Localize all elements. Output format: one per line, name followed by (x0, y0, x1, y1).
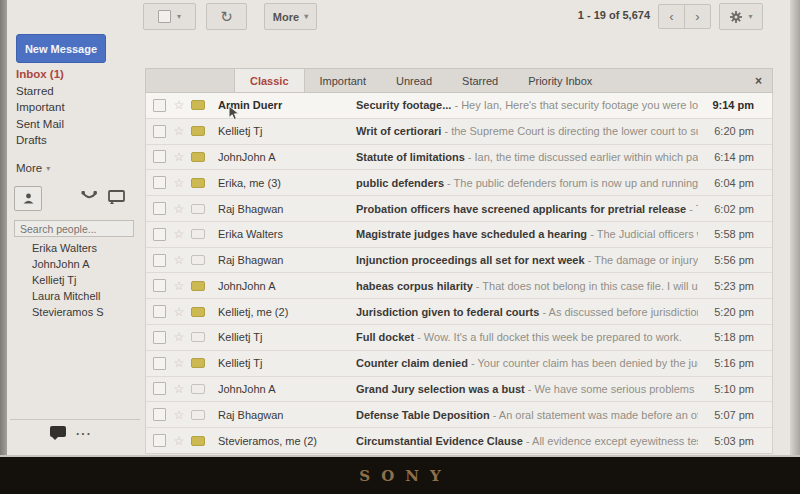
chevron-right-icon: › (695, 9, 699, 24)
email-row[interactable]: ☆ Raj Bhagwan Defense Table Deposition -… (146, 402, 772, 428)
contact-list: Erika WaltersJohnJohn AKellietj TjLaura … (32, 240, 137, 320)
folder-list: Inbox (1)StarredImportantSent MailDrafts (16, 66, 136, 149)
next-page-button[interactable]: › (684, 4, 711, 29)
email-row[interactable]: ☆ JohnJohn A habeas corpus hilarity - Th… (146, 273, 772, 299)
contact-list-item[interactable]: Kellietj Tj (32, 272, 137, 288)
email-row[interactable]: ☆ Erika Walters Magistrate judges have s… (146, 222, 772, 248)
email-checkbox[interactable] (153, 279, 166, 292)
contact-list-item[interactable]: Erika Walters (32, 240, 137, 256)
inbox-tab[interactable]: Starred (447, 69, 513, 92)
star-icon[interactable]: ☆ (172, 125, 186, 137)
monitor-screen: ▾ ↻ More ▾ 1 - 19 of 5,674 ‹ › ▾ New Mes… (0, 0, 800, 494)
email-subject: Injunction proceedings all set for next … (356, 254, 585, 266)
screen-share-icon[interactable] (108, 190, 125, 204)
label-icon (191, 255, 205, 265)
email-row[interactable]: ☆ Raj Bhagwan Injunction proceedings all… (146, 248, 772, 274)
email-checkbox[interactable] (153, 254, 166, 267)
label-icon (191, 332, 205, 342)
email-checkbox[interactable] (153, 228, 166, 241)
caret-down-icon: ▾ (46, 164, 50, 173)
email-preview: - The Judicial officers who assist US di… (590, 228, 698, 240)
sidebar-more-link[interactable]: More ▾ (16, 162, 50, 174)
search-people-input[interactable] (14, 220, 134, 237)
inbox-tab[interactable]: Unread (381, 69, 447, 92)
email-row[interactable]: ☆ Raj Bhagwan Probation officers have sc… (146, 196, 772, 222)
email-preview: - The just need the ca (689, 203, 698, 215)
email-subject: Full docket (356, 331, 414, 343)
email-checkbox[interactable] (153, 202, 166, 215)
more-button[interactable]: More ▾ (264, 3, 317, 30)
caret-down-icon: ▾ (304, 12, 308, 21)
star-icon[interactable]: ☆ (172, 306, 186, 318)
checkbox-icon (158, 10, 171, 23)
people-widget-toolbar (14, 186, 136, 210)
settings-button[interactable]: ▾ (719, 3, 763, 30)
star-icon[interactable]: ☆ (172, 331, 186, 343)
select-all-button[interactable]: ▾ (143, 3, 196, 30)
star-icon[interactable]: ☆ (172, 409, 186, 421)
gear-icon (729, 10, 743, 24)
star-icon[interactable]: ☆ (172, 177, 186, 189)
refresh-button[interactable]: ↻ (206, 3, 247, 30)
phone-icon[interactable] (80, 189, 98, 205)
email-subject: Writ of certiorari (356, 125, 441, 137)
star-icon[interactable]: ☆ (172, 435, 186, 447)
compose-button[interactable]: New Message (16, 34, 106, 63)
email-checkbox[interactable] (153, 382, 166, 395)
star-icon[interactable]: ☆ (172, 357, 186, 369)
star-icon[interactable]: ☆ (172, 203, 186, 215)
email-row[interactable]: ☆ Kellietj Tj Full docket - Wow. It's a … (146, 325, 772, 351)
email-checkbox[interactable] (153, 357, 166, 370)
email-preview: - All evidence except eyewitness testimo… (526, 435, 698, 447)
inbox-tab[interactable]: Important (305, 69, 381, 92)
sidebar-folder-item[interactable]: Starred (16, 83, 136, 100)
star-icon[interactable]: ☆ (172, 254, 186, 266)
email-row[interactable]: ☆ JohnJohn A Statute of limitations - Ia… (146, 145, 772, 171)
contact-list-item[interactable]: JohnJohn A (32, 256, 137, 272)
email-checkbox[interactable] (153, 176, 166, 189)
more-button-label: More (273, 11, 299, 23)
email-row[interactable]: ☆ Kellietj Tj Writ of certiorari - the S… (146, 119, 772, 145)
contacts-toggle-button[interactable] (14, 186, 42, 211)
chat-more-options[interactable]: ... (76, 424, 92, 438)
close-tabs-icon[interactable]: × (745, 69, 772, 92)
mouse-cursor (228, 105, 241, 121)
inbox-tab[interactable]: Classic (234, 69, 305, 92)
email-time: 9:14 pm (698, 99, 754, 111)
email-checkbox[interactable] (153, 125, 166, 138)
email-preview: - Ian, the time discussed earlier within… (468, 151, 698, 163)
prev-page-button[interactable]: ‹ (658, 4, 685, 29)
monitor-bezel: SONY (0, 455, 800, 494)
star-icon[interactable]: ☆ (172, 280, 186, 292)
contact-list-item[interactable]: Laura Mitchell (32, 288, 137, 304)
email-checkbox[interactable] (153, 99, 166, 112)
email-checkbox[interactable] (153, 434, 166, 447)
email-time: 5:10 pm (698, 383, 754, 395)
email-subject: public defenders (356, 177, 444, 189)
email-row[interactable]: ☆ Kellietj Tj Counter claim denied - You… (146, 351, 772, 377)
star-icon[interactable]: ☆ (172, 228, 186, 240)
sidebar-folder-item[interactable]: Inbox (1) (16, 66, 136, 83)
email-row[interactable]: ☆ JohnJohn A Grand Jury selection was a … (146, 377, 772, 403)
sidebar-folder-item[interactable]: Important (16, 99, 136, 116)
email-row[interactable]: ☆ Stevieramos, me (2) Circumstantial Evi… (146, 428, 772, 453)
star-icon[interactable]: ☆ (172, 383, 186, 395)
chat-bubble-icon[interactable] (50, 426, 66, 437)
email-checkbox[interactable] (153, 408, 166, 421)
email-checkbox[interactable] (153, 150, 166, 163)
email-sender: JohnJohn A (218, 383, 356, 395)
star-icon[interactable]: ☆ (172, 151, 186, 163)
email-subject-line: Grand Jury selection was a bust - We hav… (356, 383, 698, 395)
email-checkbox[interactable] (153, 331, 166, 344)
email-row[interactable]: ☆ Kellietj, me (2) Jurisdiction given to… (146, 299, 772, 325)
email-sender: Erika, me (3) (218, 177, 356, 189)
sidebar-folder-item[interactable]: Sent Mail (16, 116, 136, 133)
sidebar-folder-item[interactable]: Drafts (16, 132, 136, 149)
email-row[interactable]: ☆ Erika, me (3) public defenders - The p… (146, 170, 772, 196)
inbox-tab[interactable]: Priority Inbox (513, 69, 607, 92)
star-icon[interactable]: ☆ (172, 99, 186, 111)
email-checkbox[interactable] (153, 305, 166, 318)
contact-list-item[interactable]: Stevieramos S (32, 304, 137, 320)
email-time: 6:20 pm (698, 125, 754, 137)
email-preview: - The damage or injury for the specific … (588, 254, 698, 266)
